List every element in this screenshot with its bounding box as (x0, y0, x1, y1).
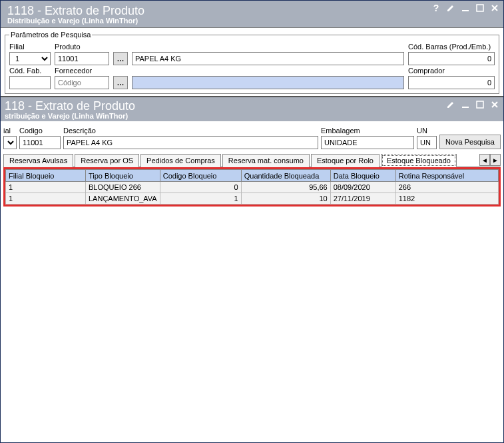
nova-pesquisa-button[interactable]: Nova Pesquisa (439, 135, 501, 149)
edit-icon[interactable] (446, 3, 455, 13)
col-rotina-responsavel[interactable]: Rotina Responsável (395, 170, 498, 182)
tab-next-icon[interactable]: ► (490, 154, 501, 166)
inner-descricao-label: Descrição (63, 127, 318, 135)
produto-lookup-button[interactable]: … (113, 52, 128, 65)
inner-un-input[interactable] (417, 136, 437, 149)
minimize-icon[interactable] (461, 3, 470, 13)
tab-estoque-bloqueado[interactable]: Estoque Bloqueado (381, 154, 457, 167)
inner-filial-label: ial (3, 127, 17, 135)
tab-pedidos-compras[interactable]: Pedidos de Compras (140, 154, 221, 167)
close-icon[interactable] (490, 3, 499, 13)
svg-rect-2 (462, 107, 469, 108)
cell-data: 27/11/2019 (330, 193, 395, 205)
col-quantidade-bloqueada[interactable]: Quantidade Bloqueada (241, 170, 330, 182)
produto-desc-input[interactable] (132, 52, 404, 65)
maximize-icon[interactable] (475, 100, 485, 109)
table-row[interactable]: 1LANÇAMENTO_AVA11027/11/20191182 (6, 193, 499, 205)
inner-filial-select[interactable] (3, 136, 17, 149)
svg-rect-0 (462, 10, 469, 11)
outer-titlebar: 1118 - Extrato de Produto Distribuição e… (1, 1, 503, 27)
cell-filial: 1 (6, 182, 86, 193)
inner-window-title: 118 - Extrato de Produto (5, 99, 498, 113)
outer-body: Parâmetros de Pesquisa Filial 1 Produto … (1, 27, 503, 97)
comprador-label: Comprador (408, 67, 495, 75)
tab-prev-icon[interactable]: ◄ (479, 154, 490, 166)
inner-body: ial Codigo Descrição Embalagem UN (1, 121, 503, 208)
minimize-icon[interactable] (461, 100, 470, 109)
col-filial-bloqueio[interactable]: Filial Bloqueio (6, 170, 86, 182)
tab-reserva-por-os[interactable]: Reserva por OS (75, 154, 139, 167)
svg-rect-3 (477, 101, 483, 108)
produto-code-input[interactable] (55, 52, 109, 65)
params-legend: Parâmetros de Pesquisa (9, 31, 92, 39)
cell-rotina: 1182 (395, 193, 498, 205)
inner-embalagem-label: Embalagem (321, 127, 414, 135)
filial-select[interactable]: 1 (9, 52, 51, 65)
codfab-input[interactable] (9, 76, 51, 89)
cell-codigo: 0 (160, 182, 241, 193)
filial-label: Filial (9, 43, 51, 51)
tab-estoque-por-rolo[interactable]: Estoque por Rolo (311, 154, 379, 167)
inner-codigo-label: Codigo (19, 127, 61, 135)
maximize-icon[interactable] (475, 3, 485, 13)
cell-qtd: 95,66 (241, 182, 330, 193)
comprador-input[interactable] (408, 76, 495, 89)
outer-window-title: 1118 - Extrato de Produto (7, 3, 498, 18)
fornecedor-label: Fornecedor (55, 67, 109, 75)
codbarras-input[interactable] (408, 52, 495, 65)
inner-descricao-input[interactable] (63, 136, 318, 149)
cell-tipo: LANÇAMENTO_AVA (86, 193, 160, 205)
cell-tipo: BLOQUEIO 266 (86, 182, 160, 193)
fornecedor-desc-input[interactable] (132, 76, 404, 89)
cell-codigo: 1 (160, 193, 241, 205)
inner-codigo-input[interactable] (19, 136, 61, 149)
svg-rect-1 (477, 5, 483, 11)
tab-reserva-mat-consumo[interactable]: Reserva mat. consumo (222, 154, 310, 167)
inner-window: 118 - Extrato de Produto stribuição e Va… (1, 97, 503, 443)
fornecedor-lookup-button[interactable]: … (113, 76, 128, 89)
inner-titlebar: 118 - Extrato de Produto stribuição e Va… (1, 97, 503, 121)
inner-embalagem-input[interactable] (321, 136, 414, 149)
tab-reservas-avulsas[interactable]: Reservas Avulsas (3, 154, 73, 167)
codbarras-label: Cód. Barras (Prod./Emb.) (408, 43, 495, 51)
cell-qtd: 10 (241, 193, 330, 205)
grid-highlight: Filial Bloqueio Tipo Bloqueio Codigo Blo… (3, 167, 501, 207)
fornecedor-code-input[interactable] (55, 76, 109, 89)
outer-window-subtitle: Distribuição e Varejo (Linha WinThor) (7, 17, 498, 26)
table-row[interactable]: 1BLOQUEIO 266095,6608/09/2020266 (6, 182, 499, 193)
cell-filial: 1 (6, 193, 86, 205)
cell-rotina: 266 (395, 182, 498, 193)
inner-window-subtitle: stribuição e Varejo (Linha WinThor) (5, 112, 498, 120)
help-icon[interactable]: ? (431, 3, 441, 13)
tabbar: Reservas Avulsas Reserva por OS Pedidos … (3, 153, 501, 167)
produto-label: Produto (55, 43, 109, 51)
col-data-bloqueio[interactable]: Data Bloqueio (330, 170, 395, 182)
edit-icon[interactable] (446, 100, 455, 109)
estoque-bloqueado-grid[interactable]: Filial Bloqueio Tipo Bloqueio Codigo Blo… (5, 169, 499, 205)
params-fieldset: Parâmetros de Pesquisa Filial 1 Produto … (5, 31, 499, 94)
col-tipo-bloqueio[interactable]: Tipo Bloqueio (86, 170, 160, 182)
cell-data: 08/09/2020 (330, 182, 395, 193)
codfab-label: Cód. Fab. (9, 67, 51, 75)
close-icon[interactable] (490, 100, 499, 109)
col-codigo-bloqueio[interactable]: Codigo Bloqueio (160, 170, 241, 182)
inner-un-label: UN (417, 127, 437, 135)
